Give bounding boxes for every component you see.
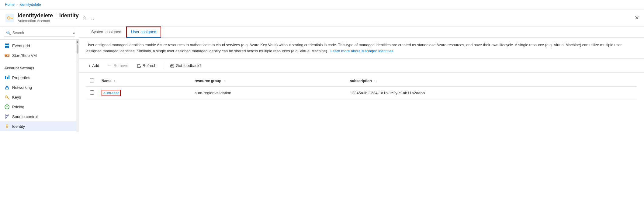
sidebar-item-label: Identity — [12, 124, 25, 129]
table-row: aum-test aum-regionvalidation 12345a1b-1… — [86, 87, 637, 99]
refresh-button[interactable]: Refresh — [135, 62, 158, 69]
sidebar-scroll-area: Event grid Start/Stop VM Account Setting… — [0, 40, 79, 132]
sidebar-item-keys[interactable]: Keys — [0, 92, 76, 102]
sidebar-item-networking[interactable]: Networking — [0, 82, 76, 92]
svg-point-24 — [8, 115, 9, 116]
svg-rect-8 — [7, 46, 9, 48]
favorite-button[interactable]: ☆ — [82, 15, 87, 21]
add-icon: + — [88, 63, 91, 68]
table-col-resource-group: resource group ↑↓ — [191, 75, 346, 87]
identity-icon — [4, 124, 10, 129]
table-container: Name ↑↓ resource group ↑↓ subscription ↑… — [79, 75, 644, 99]
sidebar-scrollbar[interactable]: ▲ — [76, 40, 79, 132]
sidebar-item-pricing[interactable]: Pricing — [0, 102, 76, 112]
row-name-link[interactable]: aum-test — [102, 90, 121, 96]
svg-rect-14 — [9, 75, 9, 79]
remove-icon — [108, 63, 112, 68]
breadcrumb-current[interactable]: identitydelete — [19, 2, 41, 7]
feedback-button[interactable]: Got feedback? — [168, 62, 203, 69]
sidebar-item-label: Event grid — [12, 44, 30, 48]
table-body: aum-test aum-regionvalidation 12345a1b-1… — [86, 87, 637, 99]
svg-rect-7 — [5, 46, 7, 48]
breadcrumb: Home › identitydelete — [0, 0, 644, 9]
scroll-thumb[interactable] — [77, 44, 78, 54]
sidebar-item-label: Properties — [12, 75, 30, 80]
row-name-cell: aum-test — [98, 87, 191, 99]
sidebar-item-identity[interactable]: Identity — [0, 121, 76, 131]
svg-marker-11 — [8, 55, 9, 56]
page-subtitle: Automation Account — [18, 19, 79, 23]
header-actions: ☆ … — [82, 15, 95, 21]
remove-button[interactable]: Remove — [106, 62, 130, 69]
sort-name-icon[interactable]: ↑↓ — [114, 79, 117, 83]
search-icon: 🔍 — [6, 31, 11, 35]
automation-account-icon — [5, 13, 15, 23]
data-table: Name ↑↓ resource group ↑↓ subscription ↑… — [86, 75, 637, 99]
row-subscription-cell: 12345a1b-1234-1a1b-1z2y-c1ab11a2aabb — [346, 87, 637, 99]
properties-icon — [4, 75, 10, 80]
sidebar-item-label: Start/Stop VM — [12, 53, 37, 58]
sidebar-top-section: Event grid Start/Stop VM — [0, 40, 76, 61]
page-title: identitydelete | Identity — [18, 12, 79, 19]
collapse-icon[interactable]: « — [73, 31, 75, 35]
sidebar-item-properties[interactable]: Properties — [0, 73, 76, 82]
svg-rect-13 — [7, 77, 8, 79]
sidebar-item-label: Source control — [12, 114, 38, 119]
sidebar-item-event-grid[interactable]: Event grid — [0, 41, 76, 50]
page-header: identitydelete | Identity Automation Acc… — [0, 9, 644, 26]
sidebar-search-container: 🔍 « — [0, 26, 79, 40]
feedback-icon — [170, 63, 174, 68]
sidebar-items: Event grid Start/Stop VM Account Setting… — [0, 40, 76, 132]
search-input[interactable] — [4, 29, 75, 37]
pricing-icon — [4, 104, 10, 110]
page-title-block: identitydelete | Identity Automation Acc… — [18, 12, 79, 23]
content-area: System assigned User assigned User assig… — [79, 26, 644, 202]
row-checkbox-cell — [86, 87, 98, 99]
toolbar: + Add Remove Refresh — [79, 59, 644, 73]
tabs-container: System assigned User assigned — [79, 26, 644, 38]
table-header: Name ↑↓ resource group ↑↓ subscription ↑… — [86, 75, 637, 87]
svg-point-34 — [170, 64, 174, 68]
account-settings-label: Account Settings — [0, 63, 76, 71]
breadcrumb-home[interactable]: Home — [5, 2, 15, 7]
sort-rg-icon[interactable]: ↑↓ — [223, 79, 227, 83]
sidebar-item-label: Pricing — [12, 105, 24, 109]
keys-icon — [4, 94, 10, 100]
sidebar-item-source-control[interactable]: Source control — [0, 112, 76, 121]
networking-icon — [4, 85, 10, 90]
description-block: User assigned managed identities enable … — [79, 38, 644, 59]
refresh-icon — [137, 63, 141, 68]
learn-more-link[interactable]: Learn more about Managed identities. — [331, 49, 395, 53]
sidebar: 🔍 « Event grid — [0, 26, 79, 202]
select-all-checkbox[interactable] — [90, 78, 94, 82]
toolbar-separator — [163, 63, 163, 69]
svg-rect-12 — [5, 76, 6, 79]
table-col-name: Name ↑↓ — [98, 75, 191, 87]
svg-point-36 — [172, 65, 173, 66]
more-options-button[interactable]: … — [89, 15, 95, 21]
svg-rect-10 — [5, 55, 7, 56]
svg-point-23 — [5, 115, 6, 116]
table-col-checkbox — [86, 75, 98, 87]
add-button[interactable]: + Add — [86, 62, 101, 69]
svg-line-28 — [6, 116, 8, 118]
table-col-subscription: subscription ↑↓ — [346, 75, 637, 87]
tab-system-assigned[interactable]: System assigned — [86, 26, 126, 38]
source-control-icon — [4, 114, 10, 119]
sidebar-item-label: Networking — [12, 85, 32, 90]
start-stop-vm-icon — [4, 53, 10, 58]
close-button[interactable]: ✕ — [635, 15, 639, 21]
tab-user-assigned[interactable]: User assigned — [126, 26, 161, 38]
header-icon-svg — [5, 13, 15, 23]
sidebar-settings-section: Properties Networking — [0, 71, 76, 132]
svg-point-25 — [5, 117, 6, 118]
sidebar-item-start-stop-vm[interactable]: Start/Stop VM — [0, 50, 76, 60]
sidebar-item-label: Keys — [12, 95, 21, 99]
sort-sub-icon[interactable]: ↑↓ — [374, 79, 377, 83]
table-header-row: Name ↑↓ resource group ↑↓ subscription ↑… — [86, 75, 637, 87]
event-grid-icon — [4, 43, 10, 48]
row-select-checkbox[interactable] — [90, 90, 94, 95]
scroll-up-arrow[interactable]: ▲ — [76, 40, 79, 44]
breadcrumb-separator: › — [16, 2, 18, 7]
row-rg-cell: aum-regionvalidation — [191, 87, 346, 99]
